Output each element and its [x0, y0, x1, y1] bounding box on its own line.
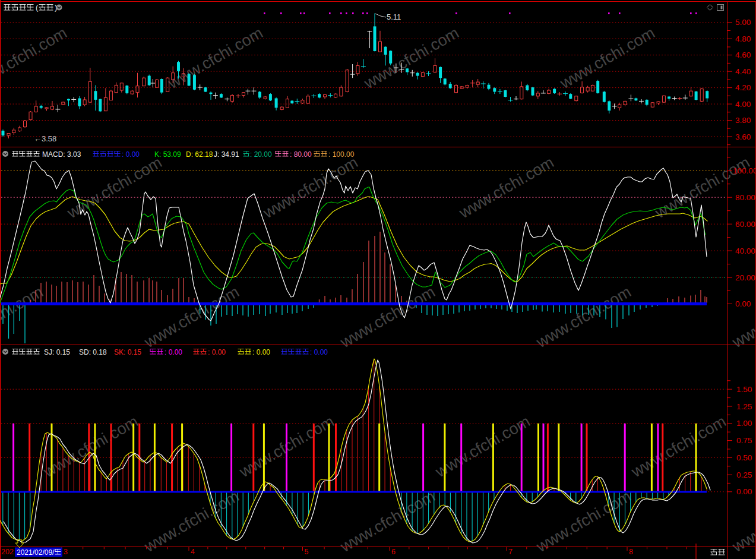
svg-text:3.60: 3.60	[735, 132, 751, 141]
svg-text:: 0.00: : 0.00	[310, 348, 328, 356]
svg-text:0.50: 0.50	[736, 453, 752, 462]
svg-text:0.25: 0.25	[736, 470, 752, 479]
svg-text:: 0.00: : 0.00	[252, 348, 270, 356]
svg-text:MACD: 3.03: MACD: 3.03	[42, 150, 81, 159]
svg-text:: 100.00: : 100.00	[328, 150, 355, 159]
svg-text:1.00: 1.00	[736, 419, 752, 428]
svg-text:0.75: 0.75	[736, 436, 752, 445]
svg-text:5.11: 5.11	[387, 12, 401, 21]
svg-text:SD: 0.18: SD: 0.18	[79, 348, 107, 356]
svg-text:7: 7	[508, 548, 513, 556]
svg-text:3: 3	[64, 548, 68, 556]
svg-text:60.00: 60.00	[735, 220, 755, 229]
svg-text:4.40: 4.40	[735, 67, 751, 76]
svg-text:4.20: 4.20	[735, 83, 751, 92]
svg-text:: 20.00: : 20.00	[250, 150, 272, 159]
svg-text:: 0.00: : 0.00	[165, 348, 182, 356]
svg-text:←3.58: ←3.58	[34, 134, 56, 143]
svg-text:8: 8	[629, 548, 633, 556]
svg-text:SJ: 0.15: SJ: 0.15	[44, 348, 70, 356]
svg-text:6: 6	[391, 548, 396, 556]
svg-text:1.25: 1.25	[736, 402, 752, 411]
svg-text:K: 53.09: K: 53.09	[154, 150, 181, 159]
svg-text:J: 34.91: J: 34.91	[214, 150, 239, 159]
svg-text:D: 62.18: D: 62.18	[186, 150, 213, 159]
svg-text:5: 5	[305, 548, 309, 556]
svg-text:1.50: 1.50	[736, 385, 752, 394]
svg-text:2021/02/09/: 2021/02/09/	[17, 548, 55, 557]
svg-text:100.00: 100.00	[733, 166, 756, 175]
svg-text:202: 202	[1, 548, 14, 556]
svg-text:0.00: 0.00	[735, 299, 751, 308]
svg-text:4: 4	[191, 548, 195, 556]
svg-text:4.00: 4.00	[735, 100, 751, 109]
svg-text:4.60: 4.60	[735, 50, 751, 59]
svg-text:4.80: 4.80	[735, 34, 751, 43]
svg-text:3.80: 3.80	[735, 116, 751, 125]
svg-text:5.00: 5.00	[735, 18, 751, 27]
svg-text:SK: 0.15: SK: 0.15	[114, 348, 141, 356]
svg-text:(: (	[36, 3, 39, 12]
svg-text:: 0.00: : 0.00	[122, 150, 140, 159]
svg-text:80.00: 80.00	[735, 193, 755, 202]
svg-text:0.00: 0.00	[736, 487, 752, 496]
svg-text:: 80.00: : 80.00	[290, 150, 312, 159]
svg-text:: 0.00: : 0.00	[208, 348, 226, 356]
svg-text:20.00: 20.00	[735, 273, 755, 282]
svg-text:40.00: 40.00	[735, 247, 755, 255]
